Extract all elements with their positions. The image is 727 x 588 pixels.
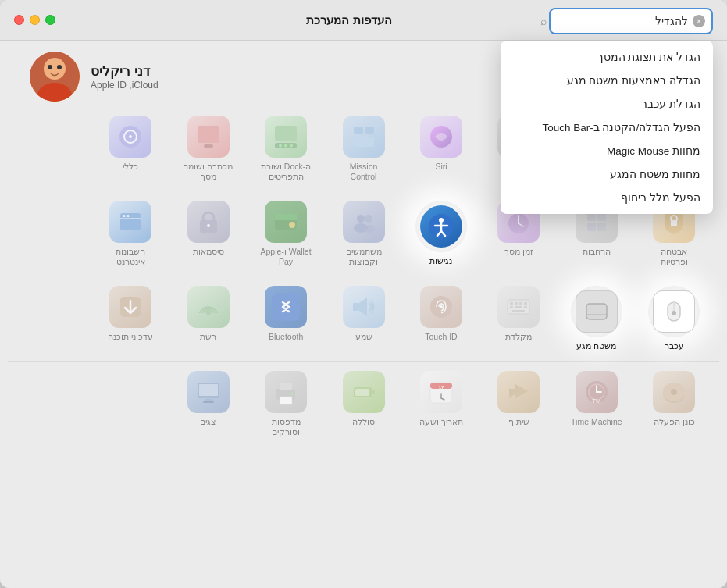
icon-wallet[interactable]: Wallet ו-Apple Pay xyxy=(247,194,324,273)
mouse-icon-img xyxy=(653,290,695,333)
icon-startup[interactable]: כונן הפעלה xyxy=(636,365,713,443)
icon-displays[interactable]: צגים xyxy=(169,365,247,443)
icon-dock[interactable]: ה-Dock ושורת התפריטים xyxy=(247,109,324,187)
svg-rect-59 xyxy=(586,304,607,319)
trackpad-glow xyxy=(571,286,622,337)
svg-rect-63 xyxy=(515,302,518,305)
dropdown-item-4[interactable]: מחוות Magic Mouse xyxy=(501,139,713,162)
timemachine-label: Time Machine xyxy=(571,417,622,427)
icon-software[interactable]: עדכוני תוכנה xyxy=(91,280,169,358)
icon-accessibility[interactable]: נגישות xyxy=(402,194,479,273)
icons-row-4: כונן הפעלה TM Time Machine שיתוף 17 תארי… xyxy=(8,365,719,443)
svg-point-3 xyxy=(48,65,52,69)
svg-point-58 xyxy=(672,311,676,315)
icon-internet[interactable]: חשבונות אינטרנט xyxy=(91,194,169,273)
dropdown-item-2[interactable]: הגדלת עכבר xyxy=(501,92,713,116)
svg-rect-67 xyxy=(515,306,522,308)
search-input[interactable] xyxy=(551,15,688,27)
svg-point-48 xyxy=(289,222,295,228)
search-clear-button[interactable]: × xyxy=(693,15,705,27)
svg-rect-93 xyxy=(280,383,292,390)
accessibility-label: נגישות xyxy=(429,256,452,266)
network-label: רשת xyxy=(200,332,216,342)
printers-label: מדפסות וסורקים xyxy=(258,417,313,437)
trackpad-icon-img xyxy=(576,290,618,333)
svg-rect-91 xyxy=(355,389,369,396)
sound-icon xyxy=(343,286,385,328)
icon-siri[interactable]: Siri xyxy=(402,109,479,187)
svg-point-95 xyxy=(290,392,294,395)
svg-rect-47 xyxy=(275,214,297,220)
siri-icon xyxy=(420,116,462,158)
svg-point-4 xyxy=(57,65,62,69)
icon-mission[interactable]: Mission Control xyxy=(325,109,402,187)
passwords-icon xyxy=(187,201,230,243)
dropdown-item-5[interactable]: מחוות משטח המגע xyxy=(501,162,713,186)
icon-keyboard[interactable]: מקלדת xyxy=(480,280,558,358)
maximize-button[interactable] xyxy=(45,15,55,25)
icon-battery[interactable]: סוללה xyxy=(325,365,402,443)
user-info: דני ריקליס Apple ID ,iCloud xyxy=(91,63,159,91)
icon-sound[interactable]: שמע xyxy=(325,280,402,358)
wallet-label: Wallet ו-Apple Pay xyxy=(258,247,313,266)
icon-network[interactable]: רשת xyxy=(169,280,247,358)
sharing-label: שיתוף xyxy=(508,417,529,427)
traffic-lights xyxy=(14,15,55,25)
displays-label: צגים xyxy=(200,417,216,427)
general-label: כללי xyxy=(123,162,138,172)
software-icon xyxy=(109,286,151,328)
minimize-button[interactable] xyxy=(30,15,40,25)
icon-printers[interactable]: מדפסות וסורקים xyxy=(247,365,324,443)
icon-datetime[interactable]: 17 תאריך ושעה xyxy=(402,365,479,443)
svg-rect-72 xyxy=(353,303,359,311)
svg-rect-21 xyxy=(198,126,219,143)
keyboard-label: מקלדת xyxy=(505,332,532,342)
icon-sharing[interactable]: שיתוף xyxy=(480,365,558,443)
svg-point-25 xyxy=(129,135,132,138)
svg-point-42 xyxy=(357,215,365,223)
internet-label: חשבונות אינטרנט xyxy=(103,247,158,266)
icons-row-3: עכבר משטח מגע מקלדת xyxy=(8,280,719,358)
displays-icon xyxy=(187,371,230,413)
svg-rect-64 xyxy=(519,302,522,305)
icon-bluetooth[interactable]: Bluetooth xyxy=(247,280,324,358)
svg-rect-31 xyxy=(597,223,606,231)
close-button[interactable] xyxy=(14,15,24,25)
touchid-icon xyxy=(420,286,462,328)
svg-rect-68 xyxy=(524,306,527,308)
svg-rect-22 xyxy=(204,144,213,148)
wallet-icon xyxy=(265,201,307,243)
svg-point-20 xyxy=(290,144,293,148)
svg-rect-94 xyxy=(280,397,292,404)
software-label: עדכוני תוכנה xyxy=(108,332,153,342)
siri-label: Siri xyxy=(435,162,447,172)
icon-general[interactable]: כללי xyxy=(91,109,169,187)
keyboard-icon xyxy=(497,286,540,328)
svg-rect-62 xyxy=(510,302,513,305)
dropdown-item-3[interactable]: הפעל הגדלה/הקטנה ב-Touch Bar xyxy=(501,116,713,139)
search-bar[interactable]: × ⌕ xyxy=(549,8,713,34)
svg-rect-99 xyxy=(203,401,214,403)
icon-mouse[interactable]: עכבר xyxy=(636,280,713,358)
icon-desktop[interactable]: מכתבה ושומר מסך xyxy=(169,109,247,187)
svg-rect-15 xyxy=(354,137,374,147)
icon-trackpad[interactable]: משטח מגע xyxy=(558,280,635,358)
timemachine-icon: TM xyxy=(576,371,618,413)
svg-point-1 xyxy=(44,58,66,80)
extensions-label: הרחבות xyxy=(583,247,611,257)
icon-passwords[interactable]: סיסמאות xyxy=(169,194,247,273)
svg-point-43 xyxy=(365,215,372,223)
svg-rect-65 xyxy=(524,302,527,305)
users-icon xyxy=(343,201,385,243)
icon-timemachine[interactable]: TM Time Machine xyxy=(558,365,635,443)
user-profile[interactable]: דני ריקליס Apple ID ,iCloud xyxy=(14,42,174,114)
icon-users[interactable]: משתמשים וקבוצות xyxy=(325,194,402,273)
icon-touchid[interactable]: Touch ID xyxy=(402,280,479,358)
timer-label: זמן מסך xyxy=(504,247,533,257)
svg-rect-14 xyxy=(365,127,374,134)
dropdown-item-0[interactable]: הגדל את תצוגת המסך xyxy=(501,45,713,69)
dropdown-item-6[interactable]: הפעל מלל ריחוף xyxy=(501,186,713,209)
trackpad-label: משטח מגע xyxy=(576,341,616,351)
network-icon xyxy=(187,286,230,328)
dropdown-item-1[interactable]: הגדלה באמצעות משטח מגע xyxy=(501,69,713,92)
